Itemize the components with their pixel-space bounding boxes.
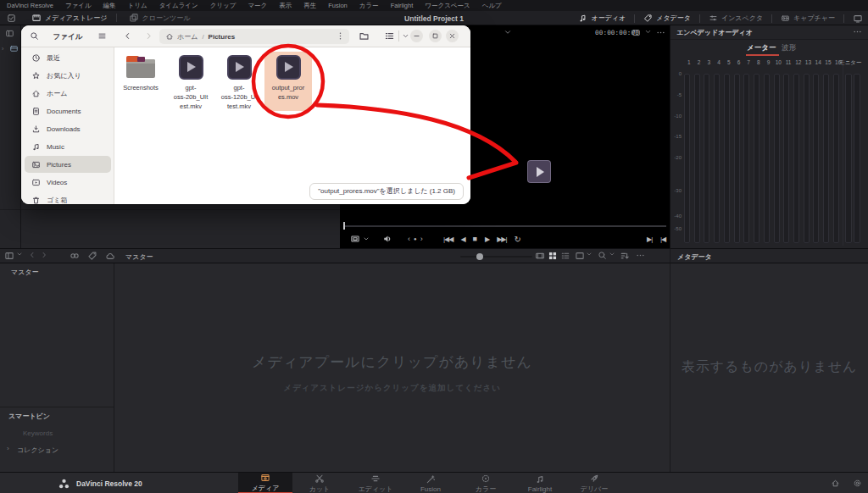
- forward-icon[interactable]: [144, 31, 153, 41]
- tab-clone-tool[interactable]: クローンツール: [129, 13, 191, 23]
- folder-properties-icon[interactable]: [359, 30, 370, 42]
- in-point-button[interactable]: ▶|: [647, 232, 652, 246]
- panel-toggle-note[interactable]: オーディオ: [578, 14, 626, 23]
- search-icon[interactable]: [598, 251, 607, 260]
- menu-item-6[interactable]: 表示: [273, 2, 298, 10]
- back-icon[interactable]: [123, 31, 132, 41]
- sidebar-item-0[interactable]: 最近: [25, 49, 111, 66]
- menu-item-9[interactable]: カラー: [353, 2, 385, 10]
- tree-expander-icon[interactable]: ›: [2, 46, 3, 52]
- tab-meter[interactable]: メーター: [747, 43, 776, 53]
- filmstrip-view-icon[interactable]: [535, 251, 545, 261]
- play-reverse-button[interactable]: ◀: [460, 235, 465, 243]
- list-view-icon[interactable]: [560, 251, 570, 261]
- sidebar-item-downloads[interactable]: Downloads: [25, 120, 111, 137]
- page-tab-mediatab[interactable]: メディア: [238, 473, 292, 493]
- page-tab-fairlight[interactable]: Fairlight: [513, 473, 567, 493]
- source-chevron-icon[interactable]: [644, 28, 652, 36]
- thumbnail-view-icon[interactable]: [548, 251, 558, 261]
- dual-screen-icon[interactable]: [853, 14, 863, 24]
- thumbnail-zoom-slider[interactable]: [460, 256, 532, 258]
- viewer-mode-chevron-icon[interactable]: [363, 232, 370, 246]
- menu-item-1[interactable]: 編集: [97, 2, 122, 10]
- page-tab-edit[interactable]: エディット: [348, 473, 403, 493]
- file-tile-2[interactable]: gpt-oss-120b_UItest.mkv: [215, 47, 263, 112]
- maximize-button[interactable]: [429, 30, 442, 42]
- menu-app[interactable]: DaVinci Resolve: [7, 2, 59, 9]
- close-button[interactable]: [446, 30, 459, 42]
- menu-item-4[interactable]: クリップ: [204, 2, 242, 10]
- settings-gear-icon[interactable]: [853, 479, 862, 488]
- project-home-icon[interactable]: [831, 479, 840, 488]
- checkbox-icon[interactable]: [7, 14, 16, 23]
- out-point-button[interactable]: |◀: [660, 232, 665, 246]
- menu-item-11[interactable]: ワークスペース: [419, 2, 476, 10]
- tab-waveform[interactable]: 波形: [782, 43, 796, 53]
- sidebar-item-2[interactable]: ホーム: [25, 85, 111, 102]
- file-tile-0[interactable]: Screenshots: [117, 47, 164, 112]
- search-icon[interactable]: [30, 31, 39, 41]
- page-tab-cut[interactable]: カット: [292, 473, 347, 493]
- thumbnail-zoom-handle[interactable]: [476, 253, 483, 260]
- file-tile-3[interactable]: output_prores.mov: [264, 47, 312, 112]
- last-frame-button[interactable]: ▶▶|: [497, 235, 506, 243]
- scrubber-track[interactable]: [343, 225, 666, 227]
- menu-item-10[interactable]: Fairlight: [385, 2, 420, 9]
- smart-bin-keywords[interactable]: Keywords: [23, 429, 53, 437]
- volume-icon[interactable]: [382, 232, 392, 246]
- viewer-mode-icon[interactable]: [350, 232, 360, 246]
- view-toggle-icon[interactable]: [384, 30, 395, 42]
- path-options-icon[interactable]: [336, 31, 345, 41]
- play-button[interactable]: ▶: [485, 235, 489, 243]
- panel-toggle-inspector[interactable]: インスペクタ: [709, 14, 763, 23]
- file-tile-1[interactable]: gpt-oss-20b_UItest.mkv: [167, 47, 214, 112]
- menu-item-7[interactable]: 再生: [298, 2, 322, 10]
- panel-toggle-tag[interactable]: メタデータ: [643, 14, 691, 23]
- menu-item-3[interactable]: タイムライン: [153, 2, 204, 10]
- menu-icon[interactable]: [97, 31, 107, 41]
- sidebar-item-1[interactable]: お気に入り: [25, 67, 111, 84]
- bin-list-toggle-icon[interactable]: [4, 251, 14, 261]
- poster-frame-chevron-icon[interactable]: [586, 251, 593, 258]
- source-icon[interactable]: [632, 28, 641, 37]
- usage-icon[interactable]: [87, 251, 97, 261]
- panel-toggle-capture[interactable]: キャプチャー: [781, 14, 835, 23]
- smart-bin-collection[interactable]: コレクション: [17, 446, 58, 455]
- sidebar-item-8[interactable]: ゴミ箱: [25, 191, 111, 204]
- sidebar-item-pictures[interactable]: Pictures: [25, 156, 111, 173]
- cloud-icon[interactable]: [105, 251, 115, 261]
- sort-icon[interactable]: [620, 251, 630, 261]
- back-icon[interactable]: [28, 251, 36, 259]
- poster-frame-icon[interactable]: [575, 251, 585, 261]
- viewer-options-icon[interactable]: [656, 28, 665, 37]
- panel-toggle-icon[interactable]: [5, 29, 14, 38]
- jog-control[interactable]: ‹●›: [408, 232, 423, 246]
- minimize-button[interactable]: [410, 30, 423, 42]
- playhead[interactable]: [343, 222, 345, 230]
- view-options-chevron-icon[interactable]: [402, 32, 409, 40]
- relink-icon[interactable]: [70, 251, 80, 261]
- page-tab-deliver[interactable]: デリバー: [567, 473, 621, 493]
- menu-item-12[interactable]: ヘルプ: [476, 2, 508, 10]
- sidebar-item-music[interactable]: Music: [25, 138, 111, 155]
- pool-options-icon[interactable]: [636, 251, 645, 260]
- first-frame-button[interactable]: |◀◀: [443, 235, 453, 243]
- collection-expander-icon[interactable]: ›: [7, 445, 9, 452]
- clip-select-chevron-icon[interactable]: [504, 28, 512, 36]
- sidebar-item-documents[interactable]: Documents: [25, 102, 111, 119]
- page-tab-colorwheel[interactable]: カラー: [459, 473, 513, 493]
- menu-item-2[interactable]: トリム: [122, 2, 153, 10]
- search-chevron-icon[interactable]: [609, 251, 615, 258]
- forward-icon[interactable]: [40, 251, 48, 259]
- stop-button[interactable]: ■: [473, 235, 477, 243]
- loop-button[interactable]: ↻: [515, 235, 521, 244]
- menu-item-8[interactable]: Fusion: [322, 2, 353, 9]
- menu-item-5[interactable]: マーク: [242, 2, 273, 10]
- bin-list-chevron-icon[interactable]: [16, 251, 23, 258]
- page-tab-fusion[interactable]: Fusion: [403, 473, 458, 493]
- breadcrumb[interactable]: ホーム / Pictures: [159, 29, 349, 44]
- breadcrumb-current[interactable]: Pictures: [209, 33, 236, 41]
- breadcrumb-home[interactable]: ホーム: [177, 32, 198, 42]
- bin-item-master[interactable]: マスター: [0, 266, 114, 279]
- disk-icon[interactable]: [9, 44, 19, 53]
